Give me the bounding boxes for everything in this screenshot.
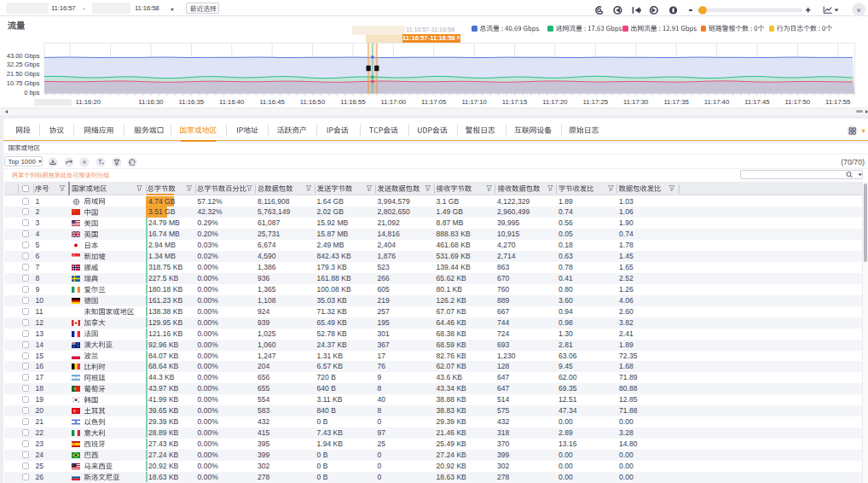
svg-text:T: T — [98, 159, 102, 165]
